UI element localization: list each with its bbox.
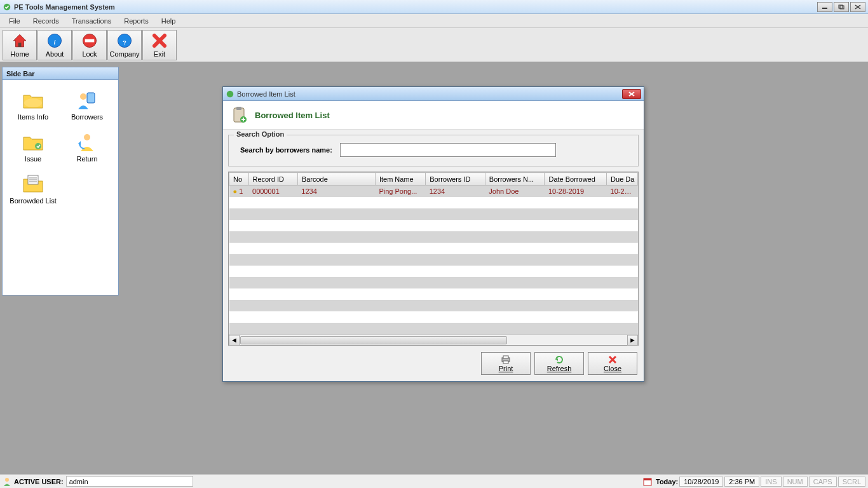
folder-icon (22, 89, 44, 112)
info-icon: i (46, 32, 64, 50)
dialog-icon (226, 90, 234, 98)
scroll-right-button[interactable]: ► (627, 335, 638, 346)
scroll-left-button[interactable]: ◄ (229, 335, 240, 346)
print-label: Print (499, 365, 513, 372)
menu-reports[interactable]: Reports (118, 15, 155, 27)
sidebar-title: Side Bar (3, 67, 118, 80)
home-label: Home (10, 50, 29, 58)
cell-borrowers-id: 1234 (426, 186, 485, 197)
dialog-titlebar: Borrowed Item List (223, 87, 644, 101)
company-button[interactable]: ? Company (107, 30, 142, 60)
sidebar-item-return[interactable]: Return (62, 127, 112, 166)
table-row (229, 277, 638, 288)
table-row (229, 231, 638, 243)
close-window-button[interactable] (850, 2, 865, 12)
cell-record-id: 0000001 (248, 186, 297, 197)
col-due-date[interactable]: Due Da (607, 173, 638, 186)
close-label: Close (604, 365, 621, 372)
menu-transactions[interactable]: Transactions (65, 15, 118, 27)
svg-text:?: ? (123, 39, 126, 46)
lock-button[interactable]: Lock (72, 30, 107, 60)
search-input[interactable] (340, 143, 556, 157)
minimize-button[interactable] (817, 2, 832, 12)
sidebar-item-label: Return (76, 155, 97, 163)
table-row[interactable]: ● 1 0000001 1234 Ping Pong... 1234 John … (229, 186, 638, 197)
table-row (229, 323, 638, 334)
svg-rect-16 (87, 93, 95, 103)
sidebar-item-borrowed-list[interactable]: Borrowded List (8, 169, 58, 208)
refresh-label: Refresh (547, 365, 572, 372)
dialog-close-button[interactable] (622, 89, 641, 99)
maximize-button[interactable] (834, 2, 849, 12)
table-row (229, 197, 638, 208)
col-barcode[interactable]: Barcode (297, 173, 375, 186)
search-label: Search by borrowers name: (240, 146, 332, 154)
home-button[interactable]: Home (3, 30, 37, 60)
menu-help[interactable]: Help (155, 15, 182, 27)
table-row (229, 243, 638, 254)
cell-item-name: Ping Pong... (375, 186, 425, 197)
active-user-label: ACTIVE USER: (14, 478, 64, 485)
user-icon (3, 477, 11, 486)
svg-point-18 (35, 143, 41, 149)
table-row (229, 254, 638, 266)
menu-records[interactable]: Records (27, 15, 65, 27)
table-row (229, 266, 638, 277)
home-icon (11, 32, 29, 50)
col-item-name[interactable]: Item Name (375, 173, 425, 186)
col-record-id[interactable]: Record ID (248, 173, 297, 186)
active-user-field: admin (66, 476, 193, 487)
search-legend: Search Option (234, 130, 287, 138)
refresh-button[interactable]: Refresh (534, 352, 584, 375)
print-button[interactable]: Print (481, 352, 531, 375)
exit-icon (151, 32, 168, 50)
list-folder-icon (22, 173, 44, 196)
col-borrowers-name[interactable]: Borrowers N... (485, 173, 545, 186)
svg-point-19 (84, 134, 90, 140)
sidebar-item-borrowers[interactable]: Borrowers (62, 85, 112, 125)
person-return-icon (76, 131, 98, 154)
dialog-button-row: Print Refresh Close (223, 346, 644, 381)
cell-no: 1 (239, 187, 243, 195)
company-label: Company (109, 50, 139, 58)
folder-out-icon (22, 131, 44, 154)
about-label: About (46, 50, 64, 58)
sidebar-item-label: Items Info (18, 113, 48, 121)
close-button[interactable]: Close (588, 352, 637, 375)
exit-button[interactable]: Exit (142, 30, 177, 60)
scroll-thumb[interactable] (240, 336, 507, 344)
menu-file[interactable]: File (3, 15, 27, 27)
svg-rect-10 (85, 39, 95, 43)
col-borrowers-id[interactable]: Borrowers ID (426, 173, 485, 186)
svg-rect-29 (236, 107, 241, 110)
status-ins: INS (761, 477, 781, 487)
horizontal-scrollbar[interactable]: ◄ ► (229, 334, 638, 345)
status-time: 2:36 PM (724, 477, 759, 487)
status-caps: CAPS (809, 477, 837, 487)
close-icon (607, 355, 618, 365)
today-label: Today: (656, 478, 678, 485)
sidebar-item-issue[interactable]: Issue (8, 127, 58, 166)
statusbar: ACTIVE USER: admin Today: 10/28/2019 2:3… (0, 474, 868, 488)
calendar-icon (643, 477, 652, 486)
toolbar: Home i About Lock ? Company Exit (0, 28, 868, 62)
active-user-value: admin (69, 478, 88, 485)
app-icon (3, 3, 11, 11)
col-no[interactable]: No (229, 173, 249, 186)
about-button[interactable]: i About (37, 30, 72, 60)
lock-label: Lock (82, 50, 97, 58)
sidebar-item-label: Borrowers (71, 113, 103, 121)
svg-rect-35 (503, 361, 508, 363)
svg-point-15 (24, 98, 42, 107)
sidebar-item-items-info[interactable]: Items Info (8, 85, 58, 125)
dialog-title: Borrowed Item List (237, 90, 295, 98)
col-date-borrowed[interactable]: Date Borrowed (545, 173, 607, 186)
sidebar-item-label: Issue (25, 155, 41, 163)
cell-borrowers-name: John Doe (485, 186, 545, 197)
table-row (229, 288, 638, 300)
main-titlebar: PE Tools Management System (0, 0, 868, 14)
cell-barcode: 1234 (297, 186, 375, 197)
menubar: File Records Transactions Reports Help (0, 14, 868, 28)
person-clipboard-icon (76, 89, 98, 112)
status-date: 10/28/2019 (679, 477, 723, 487)
